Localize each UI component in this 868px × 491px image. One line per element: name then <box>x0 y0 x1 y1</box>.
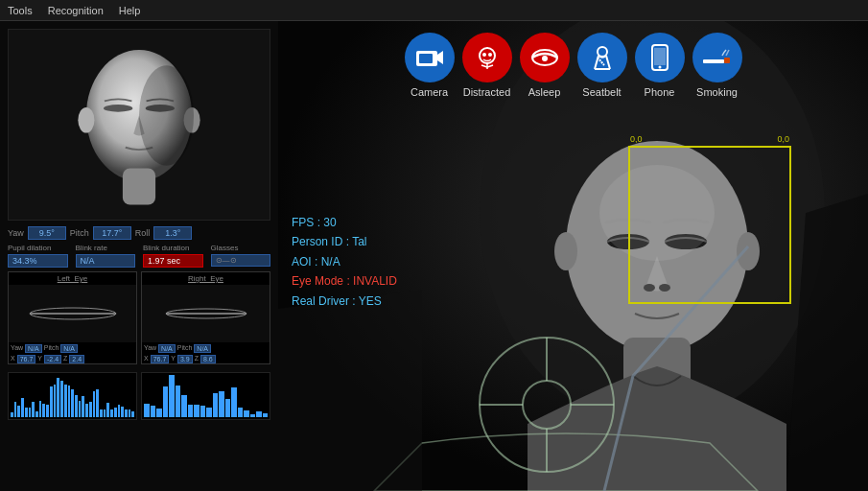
right-eye-panel: Right_Eye Yaw N/A Pitch N/A X 76.7 Y <box>141 271 270 364</box>
real-driver-label: Real Driver <box>292 294 349 308</box>
pupil-metric: Pupil dilation 34.3% <box>8 244 68 268</box>
camera-icon-circle <box>405 33 455 82</box>
aoi-label: AOI <box>292 255 312 269</box>
right-panel: Camera Distracted <box>278 21 868 491</box>
info-overlay: FPS : 30 Person ID : Tal AOI : N/A Eye M… <box>292 213 397 311</box>
person-label: Person ID <box>292 235 342 248</box>
blink-value: N/A <box>76 254 136 268</box>
distracted-icon-circle <box>462 33 512 82</box>
menu-recognition[interactable]: Recognition <box>48 5 104 16</box>
person-value: Tal <box>352 235 366 248</box>
aoi-value: N/A <box>321 255 340 269</box>
aoi-separator: : <box>315 255 321 269</box>
asleep-label: Asleep <box>528 86 561 98</box>
glasses-metric: Glasses ⊙—⊙ <box>211 244 271 268</box>
right-eye-label: Right_Eye <box>142 272 270 285</box>
svg-rect-48 <box>724 58 730 63</box>
asleep-status-icon[interactable]: Asleep <box>520 33 570 98</box>
asleep-icon-circle <box>520 33 570 82</box>
left-eye-coords-row2: X 76.7 Y -2.4 Z 2.4 <box>9 355 136 363</box>
histogram-section <box>8 372 270 420</box>
distracted-status-icon[interactable]: Distracted <box>462 33 512 98</box>
eyes-section: Left_Eye Yaw N/A Pitch N/A X 76.7 Y <box>8 271 270 364</box>
seatbelt-label: Seatbelt <box>582 86 621 98</box>
svg-line-37 <box>487 65 493 67</box>
smoking-icon-circle <box>692 33 742 82</box>
phone-status-icon[interactable]: Phone <box>635 33 685 98</box>
pupil-label: Pupil dilation <box>8 244 68 252</box>
left-eye-view <box>9 285 136 342</box>
svg-line-42 <box>606 56 610 69</box>
left-eye-coords-row1: Yaw N/A Pitch N/A <box>9 344 136 353</box>
person-line: Person ID : Tal <box>292 232 397 251</box>
face-box-tr-value: 0,0 <box>777 134 789 144</box>
svg-point-33 <box>482 53 486 57</box>
svg-point-20 <box>554 232 577 270</box>
right-eye-view <box>142 285 270 342</box>
blink-label: Blink rate <box>76 244 136 252</box>
svg-point-34 <box>488 53 492 57</box>
pupil-value: 34.3% <box>8 254 68 268</box>
svg-rect-31 <box>419 54 433 63</box>
svg-line-36 <box>481 65 487 67</box>
svg-point-39 <box>542 56 548 61</box>
eye-mode-value: INVALID <box>353 274 397 288</box>
svg-point-2 <box>104 105 132 112</box>
svg-point-6 <box>139 65 194 166</box>
roll-value: 1.3° <box>153 226 192 240</box>
left-panel: Yaw 9.5° Pitch 17.7° Roll 1.3° Pupil dil… <box>0 21 278 491</box>
svg-rect-1 <box>123 169 155 205</box>
seatbelt-status-icon[interactable]: Seatbelt <box>577 33 627 98</box>
histogram-right <box>141 372 270 420</box>
face-box-tl-value: 0,0 <box>630 134 643 144</box>
svg-point-46 <box>658 66 661 69</box>
smoking-status-icon[interactable]: Smoking <box>692 33 742 98</box>
pitch-value: 17.7° <box>93 226 131 240</box>
fps-value: 30 <box>323 216 336 229</box>
real-driver-value: YES <box>359 294 382 308</box>
blink-dur-label: Blink duration <box>143 244 203 252</box>
pitch-label: Pitch <box>70 228 89 238</box>
blink-duration-metric: Blink duration 1.97 sec <box>143 244 203 268</box>
distracted-label: Distracted <box>463 86 511 98</box>
blink-dur-value: 1.97 sec <box>143 254 203 268</box>
svg-point-4 <box>78 107 94 133</box>
detail-metrics: Pupil dilation 34.3% Blink rate N/A Blin… <box>8 244 270 268</box>
camera-status-icon[interactable]: Camera <box>405 33 455 98</box>
eye-mode-label: Eye Mode <box>292 274 343 288</box>
seatbelt-icon-circle <box>577 33 627 82</box>
right-eye-coords-row1: Yaw N/A Pitch N/A <box>142 344 270 353</box>
menu-bar: Tools Recognition Help <box>0 0 868 21</box>
phone-label: Phone <box>645 86 675 98</box>
glasses-icon: ⊙—⊙ <box>211 254 271 267</box>
svg-rect-45 <box>654 48 666 65</box>
histogram-left <box>8 372 137 420</box>
left-eye-label: Left_Eye <box>9 272 136 285</box>
real-driver-line: Real Driver : YES <box>292 292 397 311</box>
svg-marker-30 <box>437 51 443 64</box>
blink-metric: Blink rate N/A <box>76 244 136 268</box>
status-bar: Camera Distracted <box>405 33 742 98</box>
roll-label: Roll <box>135 228 151 238</box>
glasses-label: Glasses <box>211 244 271 252</box>
svg-rect-47 <box>703 59 724 63</box>
aoi-line: AOI : N/A <box>292 252 397 271</box>
phone-icon-circle <box>635 33 685 82</box>
orientation-metrics: Yaw 9.5° Pitch 17.7° Roll 1.3° <box>8 226 270 240</box>
main-content: Yaw 9.5° Pitch 17.7° Roll 1.3° Pupil dil… <box>0 21 868 491</box>
smoking-label: Smoking <box>696 86 738 98</box>
fps-line: FPS : 30 <box>292 213 397 232</box>
fps-label: FPS <box>292 216 314 229</box>
left-eye-panel: Left_Eye Yaw N/A Pitch N/A X 76.7 Y <box>8 271 137 364</box>
camera-label: Camera <box>411 86 448 98</box>
menu-tools[interactable]: Tools <box>8 5 33 16</box>
face-bounding-box: 0,0 0,0 <box>628 146 791 304</box>
yaw-value: 9.5° <box>28 226 66 240</box>
head-3d-view <box>8 29 270 221</box>
menu-help[interactable]: Help <box>119 5 141 16</box>
eye-mode-line: Eye Mode : INVALID <box>292 271 397 291</box>
yaw-label: Yaw <box>8 228 24 238</box>
right-eye-coords-row2: X 76.7 Y 3.9 Z 8.6 <box>142 355 270 363</box>
camera-view: Camera Distracted <box>278 21 868 491</box>
